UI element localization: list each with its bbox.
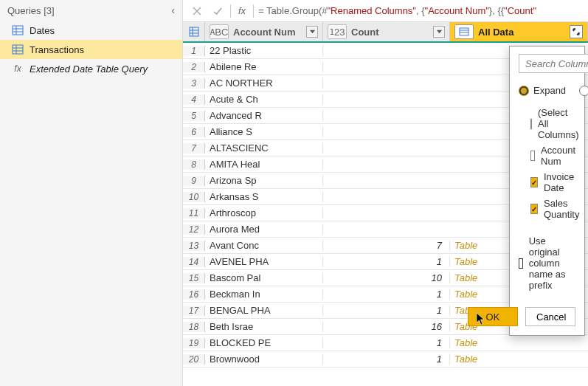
checkbox-icon bbox=[530, 204, 538, 214]
fx-icon[interactable]: fx bbox=[235, 5, 249, 16]
table-row[interactable]: 19BLOCKED PE1Table bbox=[183, 335, 588, 351]
main-area: fx = Table.Group(#"Renamed Columns", {"A… bbox=[183, 0, 588, 386]
cell-account-num[interactable]: Bascom Pal bbox=[205, 272, 323, 283]
row-number: 20 bbox=[183, 354, 205, 365]
cell-account-num[interactable]: Alliance S bbox=[205, 126, 323, 137]
row-number: 8 bbox=[183, 159, 205, 170]
cell-count[interactable]: 1 bbox=[323, 337, 450, 348]
cancel-formula-icon[interactable] bbox=[189, 3, 205, 19]
svg-rect-4 bbox=[13, 45, 23, 54]
number-type-icon: 123 bbox=[328, 24, 347, 39]
row-number: 4 bbox=[183, 94, 205, 105]
cell-account-num[interactable]: Abilene Re bbox=[205, 61, 323, 72]
cell-count[interactable]: 16 bbox=[323, 321, 450, 332]
row-number: 16 bbox=[183, 289, 205, 300]
checkbox-icon bbox=[530, 177, 538, 187]
row-number: 15 bbox=[183, 273, 205, 283]
query-item-transactions[interactable]: Transactions bbox=[0, 40, 182, 59]
row-number: 18 bbox=[183, 322, 205, 332]
column-header-all-data[interactable]: All Data bbox=[450, 22, 588, 41]
cell-account-num[interactable]: BENGAL PHA bbox=[205, 305, 323, 316]
checkbox-select-all[interactable]: (Select All Columns) bbox=[530, 105, 575, 142]
cell-count[interactable]: 10 bbox=[323, 272, 450, 283]
checkbox-label: Account Num bbox=[541, 145, 575, 167]
checkbox-label: Sales Quantity bbox=[544, 198, 579, 220]
radio-expand-input[interactable] bbox=[519, 86, 529, 96]
row-number: 19 bbox=[183, 338, 205, 348]
expand-column-icon[interactable] bbox=[570, 25, 583, 38]
row-number: 2 bbox=[183, 62, 205, 72]
cell-account-num[interactable]: 22 Plastic bbox=[205, 45, 323, 56]
cell-account-num[interactable]: Arthroscop bbox=[205, 207, 323, 218]
cell-account-num[interactable]: AVENEL PHA bbox=[205, 256, 323, 267]
queries-sidebar: Queries [3] ‹ Dates Transactions fx Exte… bbox=[0, 0, 183, 386]
checkbox-icon bbox=[519, 258, 523, 269]
checkbox-account-num[interactable]: Account Num bbox=[530, 142, 575, 169]
cell-account-num[interactable]: BLOCKED PE bbox=[205, 337, 323, 348]
grid-header: ABC Account Num 123 Count All Data bbox=[183, 22, 588, 43]
cell-account-num[interactable]: ALTASCIENC bbox=[205, 142, 323, 154]
filter-icon[interactable] bbox=[433, 26, 445, 38]
table-icon bbox=[12, 24, 24, 36]
cell-account-num[interactable]: Advanced R bbox=[205, 110, 323, 121]
filter-icon[interactable] bbox=[306, 26, 318, 38]
query-item-dates[interactable]: Dates bbox=[0, 21, 182, 40]
row-number: 11 bbox=[183, 208, 205, 218]
formula-input[interactable]: = Table.Group(#"Renamed Columns", {"Acco… bbox=[258, 5, 582, 16]
cell-count[interactable]: 7 bbox=[323, 240, 450, 251]
mode-radio-group: Expand Aggregate bbox=[519, 85, 575, 96]
checkbox-sales-quantity[interactable]: Sales Quantity bbox=[530, 196, 575, 222]
cell-account-num[interactable]: Aurora Med bbox=[205, 224, 323, 235]
queries-title: Queries [3] bbox=[7, 5, 171, 16]
cell-account-num[interactable]: Avant Conc bbox=[205, 240, 323, 251]
cursor-icon bbox=[476, 312, 486, 328]
cell-account-num[interactable]: Acute & Ch bbox=[205, 94, 323, 105]
cell-account-num[interactable]: Arkansas S bbox=[205, 191, 323, 202]
cell-account-num[interactable]: Beth Israe bbox=[205, 321, 323, 332]
radio-aggregate-input[interactable] bbox=[579, 86, 588, 96]
row-number: 3 bbox=[183, 78, 205, 89]
search-input[interactable] bbox=[519, 54, 588, 73]
cell-account-num[interactable]: Arizona Sp bbox=[205, 175, 323, 186]
table-row[interactable]: 20Brownwood1Table bbox=[183, 351, 588, 368]
button-row: OK Cancel bbox=[519, 307, 575, 326]
separator bbox=[230, 4, 231, 18]
column-header-count[interactable]: 123 Count bbox=[323, 22, 450, 41]
cell-count[interactable]: 1 bbox=[323, 305, 450, 316]
row-number: 6 bbox=[183, 127, 205, 137]
cell-account-num[interactable]: AMITA Heal bbox=[205, 159, 323, 170]
cancel-button[interactable]: Cancel bbox=[525, 307, 575, 326]
radio-label: Expand bbox=[533, 85, 566, 96]
cell-all-data[interactable]: Table bbox=[450, 354, 588, 365]
separator bbox=[253, 4, 254, 18]
checkbox-label: Invoice Date bbox=[544, 171, 575, 193]
checkbox-invoice-date[interactable]: Invoice Date bbox=[530, 169, 575, 196]
cell-count[interactable]: 1 bbox=[323, 354, 450, 365]
ok-button[interactable]: OK bbox=[468, 307, 518, 326]
text-type-icon: ABC bbox=[210, 24, 229, 39]
commit-formula-icon[interactable] bbox=[210, 3, 226, 19]
cell-count[interactable]: 1 bbox=[323, 289, 450, 300]
column-label: Account Num bbox=[233, 27, 306, 38]
cell-account-num[interactable]: Beckman In bbox=[205, 289, 323, 300]
svg-rect-0 bbox=[13, 26, 23, 35]
radio-expand[interactable]: Expand bbox=[519, 85, 566, 96]
collapse-icon[interactable]: ‹ bbox=[171, 4, 175, 16]
cell-all-data[interactable]: Table bbox=[450, 337, 588, 348]
radio-aggregate[interactable]: Aggregate bbox=[579, 85, 588, 96]
cell-account-num[interactable]: Brownwood bbox=[205, 354, 323, 365]
query-label: Extended Date Table Query bbox=[30, 63, 148, 75]
row-number: 14 bbox=[183, 257, 205, 267]
column-label: All Data bbox=[478, 27, 570, 38]
row-number: 13 bbox=[183, 241, 205, 251]
column-header-account-num[interactable]: ABC Account Num bbox=[205, 22, 323, 41]
checkbox-prefix[interactable]: Use original column name as prefix bbox=[519, 235, 575, 291]
expand-column-popup: A↓Z Expand Aggregate (Select All Columns… bbox=[509, 46, 585, 336]
query-item-extended[interactable]: fx Extended Date Table Query bbox=[0, 59, 182, 78]
button-label: Cancel bbox=[536, 311, 566, 323]
query-label: Dates bbox=[30, 25, 55, 36]
cell-account-num[interactable]: AC NORTHER bbox=[205, 77, 323, 89]
queries-header: Queries [3] ‹ bbox=[0, 0, 182, 21]
table-icon[interactable] bbox=[183, 22, 205, 41]
cell-count[interactable]: 1 bbox=[323, 256, 450, 267]
